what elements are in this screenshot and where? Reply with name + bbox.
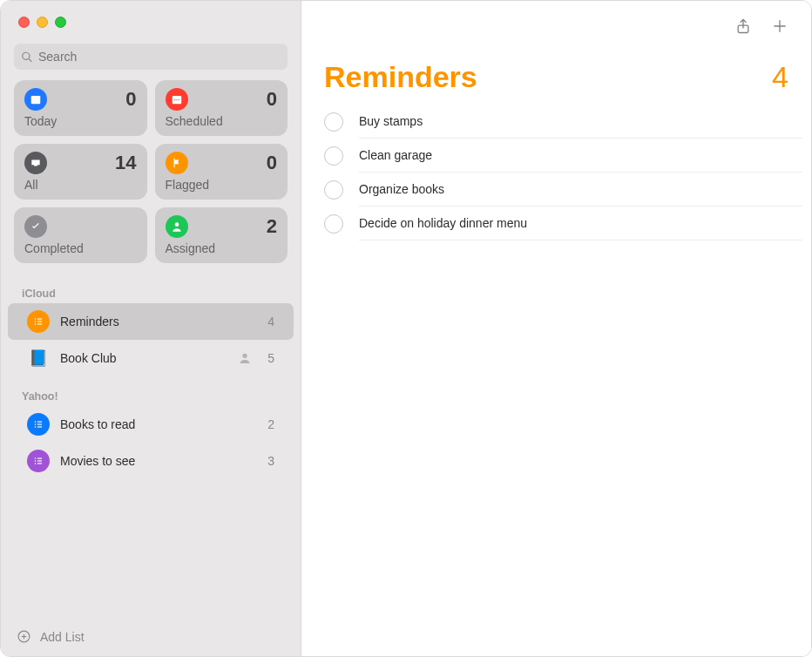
toolbar: [301, 1, 811, 36]
svg-rect-17: [37, 423, 42, 424]
smart-scheduled[interactable]: 0 Scheduled: [155, 80, 288, 136]
smart-all-count: 14: [115, 152, 136, 174]
smart-completed-label: Completed: [24, 241, 137, 255]
calendar-today-icon: [24, 88, 47, 111]
smart-assigned-count: 2: [267, 215, 277, 238]
calendar-icon: [166, 88, 188, 111]
add-reminder-icon[interactable]: [771, 17, 788, 36]
flag-icon: [166, 152, 188, 174]
minimize-window-button[interactable]: [37, 17, 48, 28]
section-header: Yahoo!: [1, 376, 301, 406]
fullscreen-window-button[interactable]: [55, 17, 66, 28]
close-window-button[interactable]: [18, 17, 30, 28]
window-controls: [1, 1, 301, 28]
sidebar: 0 Today 0 Scheduled 14: [1, 1, 301, 656]
svg-rect-19: [37, 426, 42, 427]
sidebar-list-item[interactable]: Reminders4: [8, 303, 294, 340]
list-icon: [27, 413, 50, 436]
svg-rect-10: [37, 321, 42, 322]
smart-all[interactable]: 14 All: [14, 144, 147, 200]
complete-toggle[interactable]: [324, 180, 343, 200]
svg-rect-21: [37, 458, 42, 459]
reminder-title: Organize books: [359, 182, 802, 196]
smart-today-count: 0: [125, 88, 136, 111]
add-list-label: Add List: [40, 630, 85, 644]
svg-point-9: [35, 321, 37, 322]
svg-point-20: [35, 457, 37, 459]
svg-rect-15: [37, 422, 42, 423]
smart-flagged-count: 0: [267, 152, 277, 174]
reminder-row[interactable]: Clean garage: [324, 139, 811, 173]
list-total-count: 4: [772, 60, 788, 94]
shared-icon: [238, 351, 252, 365]
svg-rect-23: [37, 460, 42, 461]
smart-all-label: All: [24, 178, 137, 192]
my-lists: iCloudReminders4📘Book Club5Yahoo!Books t…: [1, 274, 301, 479]
book-icon: 📘: [27, 347, 50, 369]
list-icon: [27, 310, 50, 333]
reminder-row[interactable]: Decide on holiday dinner menu: [324, 207, 811, 240]
smart-assigned[interactable]: 2 Assigned: [155, 207, 288, 263]
svg-point-3: [173, 99, 174, 100]
svg-rect-1: [31, 96, 41, 98]
search-input[interactable]: [38, 50, 281, 64]
smart-scheduled-label: Scheduled: [166, 114, 278, 128]
search-icon: [21, 51, 33, 64]
main-panel: Reminders 4 Buy stampsClean garageOrgani…: [301, 1, 811, 656]
smart-completed[interactable]: Completed: [14, 207, 147, 263]
svg-point-22: [35, 460, 37, 462]
share-icon[interactable]: [734, 17, 752, 36]
svg-point-11: [35, 323, 37, 325]
svg-rect-8: [37, 319, 42, 320]
svg-rect-12: [37, 323, 42, 324]
sidebar-list-item[interactable]: Books to read2: [8, 406, 294, 443]
reminder-title: Buy stamps: [359, 114, 802, 128]
svg-point-16: [35, 423, 37, 425]
list-count: 4: [267, 315, 274, 328]
list-count: 3: [267, 454, 274, 468]
complete-toggle[interactable]: [324, 146, 343, 166]
add-list-button[interactable]: Add List: [1, 620, 301, 656]
svg-point-14: [35, 421, 37, 423]
smart-today[interactable]: 0 Today: [14, 80, 147, 136]
list-count: 5: [267, 351, 274, 365]
list-count: 2: [267, 417, 274, 431]
smart-lists-grid: 0 Today 0 Scheduled 14: [1, 80, 301, 274]
list-title: Reminders: [324, 60, 477, 94]
smart-flagged-label: Flagged: [166, 178, 278, 192]
complete-toggle[interactable]: [324, 214, 343, 234]
list-name: Reminders: [60, 315, 257, 328]
smart-flagged[interactable]: 0 Flagged: [155, 144, 288, 200]
svg-point-18: [35, 426, 37, 428]
svg-point-24: [35, 463, 37, 464]
list-name: Movies to see: [60, 454, 257, 468]
list-name: Book Club: [60, 351, 227, 365]
smart-today-label: Today: [24, 114, 137, 128]
svg-point-13: [243, 354, 247, 358]
app-window: 0 Today 0 Scheduled 14: [0, 0, 812, 657]
list-icon: [27, 450, 50, 472]
complete-toggle[interactable]: [324, 112, 343, 132]
svg-point-4: [176, 99, 177, 100]
reminder-title: Clean garage: [359, 148, 802, 162]
smart-scheduled-count: 0: [267, 88, 277, 111]
reminder-title: Decide on holiday dinner menu: [359, 216, 802, 230]
search-field[interactable]: [14, 44, 288, 70]
smart-assigned-label: Assigned: [166, 241, 278, 255]
svg-point-6: [174, 222, 179, 227]
list-name: Books to read: [60, 417, 257, 431]
reminder-row[interactable]: Buy stamps: [324, 105, 811, 139]
checkmark-icon: [24, 215, 47, 238]
section-header: iCloud: [1, 274, 301, 303]
plus-circle-icon: [17, 629, 31, 644]
reminders-list: Buy stampsClean garageOrganize booksDeci…: [301, 105, 811, 240]
svg-point-5: [178, 99, 179, 100]
tray-icon: [24, 152, 47, 174]
person-icon: [166, 215, 188, 238]
svg-rect-25: [37, 463, 42, 464]
svg-point-7: [35, 318, 37, 320]
sidebar-list-item[interactable]: Movies to see3: [8, 443, 294, 479]
list-header: Reminders 4: [301, 36, 811, 105]
sidebar-list-item[interactable]: 📘Book Club5: [8, 340, 294, 376]
reminder-row[interactable]: Organize books: [324, 173, 811, 207]
